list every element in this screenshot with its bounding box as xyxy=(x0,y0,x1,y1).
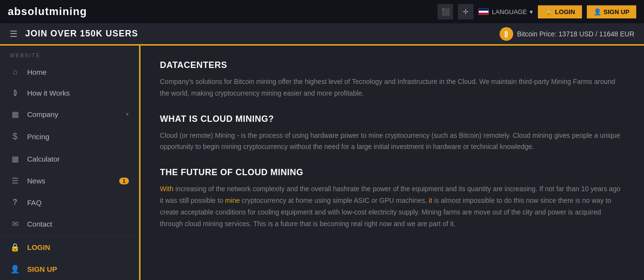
sidebar-item-home[interactable]: ⌂ Home xyxy=(0,61,139,82)
sidebar-item-how-it-works[interactable]: ₿ How it Works xyxy=(0,82,139,103)
main-content: DATACENTERS Company's solutions for Bitc… xyxy=(139,46,644,280)
sidebar-item-faq[interactable]: ? FAQ xyxy=(0,192,139,213)
section-heading-cloud-mining: WHAT IS CLOUD MINING? xyxy=(160,114,625,124)
sidebar-section-label: WEBSITE xyxy=(0,46,139,61)
signup-button[interactable]: 👤 SIGN UP xyxy=(587,5,636,18)
sidebar-label-login: LOGIN xyxy=(27,243,129,251)
section-datacenters: DATACENTERS Company's solutions for Bitc… xyxy=(160,60,625,99)
sidebar-label-pricing: Pricing xyxy=(27,132,129,141)
bitcoin-icon: ₿ xyxy=(500,27,513,41)
sidebar-item-contact[interactable]: ✉ Contact xyxy=(0,213,139,235)
chevron-down-icon: ▾ xyxy=(126,111,129,117)
bitcoin-price: ₿ Bitcoin Price: 13718 USD / 11648 EUR xyxy=(500,27,634,41)
sub-header-left: ☰ JOIN OVER 150K USERS xyxy=(10,29,138,39)
sidebar-label-faq: FAQ xyxy=(27,198,129,207)
section-future-mining: THE FUTURE OF CLOUD MINING With increasi… xyxy=(160,167,625,230)
section-text-cloud-mining: Cloud (or remote) Mining - is the proces… xyxy=(160,130,625,153)
bitcoin-price-text: Bitcoin Price: 13718 USD / 11648 EUR xyxy=(517,30,634,38)
sidebar-item-news[interactable]: ☰ News 1 xyxy=(0,170,139,192)
sidebar-label-signup: SIGN UP xyxy=(27,265,129,273)
section-text-future-mining: With increasing of the network complexit… xyxy=(160,183,625,230)
section-heading-datacenters: DATACENTERS xyxy=(160,60,625,70)
hamburger-icon[interactable]: ☰ xyxy=(10,29,17,39)
sidebar-label-home: Home xyxy=(27,68,129,76)
login-button[interactable]: 🔒 LOGIN xyxy=(538,5,581,18)
user-icon: 👤 xyxy=(594,8,601,16)
sidebar-label-contact: Contact xyxy=(27,220,129,228)
chevron-down-icon: ▾ xyxy=(530,8,533,16)
news-icon: ☰ xyxy=(10,176,20,185)
sidebar-bottom: 🔒 LOGIN 👤 SIGN UP xyxy=(0,236,139,280)
section-heading-future-mining: THE FUTURE OF CLOUD MINING xyxy=(160,167,625,178)
sidebar-label-company: Company xyxy=(27,110,119,118)
sidebar-label-calculator: Calculator xyxy=(27,155,129,163)
sidebar-item-login[interactable]: 🔒 LOGIN xyxy=(0,236,139,258)
sidebar-item-company[interactable]: ▦ Company ▾ xyxy=(0,103,139,125)
main-layout: WEBSITE ⌂ Home ₿ How it Works ▦ Company … xyxy=(0,46,644,280)
sidebar-item-signup[interactable]: 👤 SIGN UP xyxy=(0,258,139,280)
faq-icon: ? xyxy=(10,198,20,207)
flag-icon xyxy=(478,8,489,15)
page-title: JOIN OVER 150K USERS xyxy=(25,29,138,39)
sidebar-item-calculator[interactable]: ▦ Calculator xyxy=(0,148,139,170)
pricing-icon: $ xyxy=(10,132,20,142)
sidebar-label-news: News xyxy=(27,177,112,185)
bitcoin-nav-icon: ₿ xyxy=(10,89,20,97)
user-sidebar-icon: 👤 xyxy=(10,264,20,274)
move-icon-button[interactable]: ✛ xyxy=(458,4,473,19)
sidebar: WEBSITE ⌂ Home ₿ How it Works ▦ Company … xyxy=(0,46,139,280)
language-label: LANGUAGE xyxy=(492,8,527,16)
lock-sidebar-icon: 🔒 xyxy=(10,243,20,252)
contact-icon: ✉ xyxy=(10,219,20,229)
lock-icon: 🔒 xyxy=(545,8,552,16)
home-icon: ⌂ xyxy=(10,67,20,76)
sidebar-label-how-it-works: How it Works xyxy=(27,89,129,97)
sidebar-item-pricing[interactable]: $ Pricing xyxy=(0,125,139,148)
section-text-datacenters: Company's solutions for Bitcoin mining o… xyxy=(160,76,625,99)
top-header: absolutmining ⬛ ✛ LANGUAGE ▾ 🔒 LOGIN 👤 S… xyxy=(0,0,644,23)
sub-header: ☰ JOIN OVER 150K USERS ₿ Bitcoin Price: … xyxy=(0,23,644,46)
top-right-controls: ⬛ ✛ LANGUAGE ▾ 🔒 LOGIN 👤 SIGN UP xyxy=(438,4,636,19)
logo: absolutmining xyxy=(8,5,87,18)
screen-icon-button[interactable]: ⬛ xyxy=(438,4,453,19)
company-icon: ▦ xyxy=(10,110,20,119)
news-badge: 1 xyxy=(119,178,129,184)
language-button[interactable]: LANGUAGE ▾ xyxy=(478,8,533,16)
calculator-icon: ▦ xyxy=(10,154,20,164)
section-cloud-mining: WHAT IS CLOUD MINING? Cloud (or remote) … xyxy=(160,114,625,153)
